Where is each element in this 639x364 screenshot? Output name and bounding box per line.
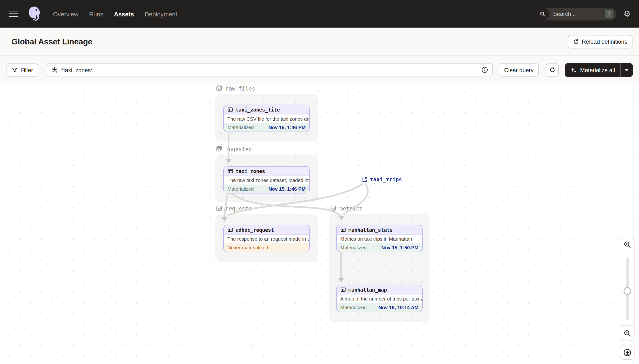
group-label-metrics[interactable]: metrics: [330, 205, 363, 212]
asset-status-bar: MaterializedNov 15, 1:46 PM: [224, 123, 309, 132]
asset-group-icon: [216, 145, 223, 152]
asset-name: adhoc_request: [235, 227, 274, 233]
status-timestamp[interactable]: Nov 16, 10:14 AM: [378, 304, 418, 310]
asset-status-bar: MaterializedNov 15, 1:50 PM: [337, 243, 422, 252]
table-icon: [228, 227, 233, 233]
status-timestamp[interactable]: Nov 15, 1:50 PM: [381, 244, 418, 250]
nav-link-runs[interactable]: Runs: [89, 10, 103, 18]
group-label-requests[interactable]: requests: [216, 205, 252, 212]
refresh-graph-button[interactable]: [546, 63, 559, 77]
zoom-slider[interactable]: [620, 252, 634, 326]
asset-name: manhattan_map: [348, 286, 387, 292]
asset-name: taxi_zones: [235, 168, 265, 174]
refresh-icon: [573, 38, 579, 44]
search-box[interactable]: /: [535, 8, 616, 20]
settings-gear-icon[interactable]: ⚙: [623, 10, 631, 18]
asset-selection-query[interactable]: [61, 66, 478, 73]
materialize-options-button[interactable]: [621, 63, 633, 77]
filter-label: Filter: [20, 66, 33, 73]
status-timestamp[interactable]: Nov 15, 1:46 PM: [268, 186, 305, 192]
status-label: Never materialized: [228, 244, 268, 250]
external-asset-taxi-trips[interactable]: taxi_trips: [362, 176, 402, 182]
materialize-all-label: Materialize all: [580, 66, 615, 73]
asset-node-taxi-zones-file[interactable]: taxi_zones_file The raw CSV file for the…: [223, 105, 310, 132]
asset-node-taxi-zones[interactable]: taxi_zones The raw taxi zones dataset, l…: [223, 166, 310, 194]
external-link-icon: [362, 177, 368, 182]
asset-description: The response to an request made in th...: [224, 234, 309, 243]
group-label-ingested[interactable]: ingested: [216, 145, 252, 152]
sparkles-icon: [570, 66, 577, 73]
asset-status-bar: MaterializedNov 16, 10:14 AM: [337, 303, 422, 312]
nav-links: Overview Runs Assets Deployment: [53, 10, 177, 18]
asset-node-adhoc-request[interactable]: adhoc_request The response to an request…: [223, 225, 310, 252]
refresh-icon: [549, 67, 555, 73]
asset-description: Metrics on taxi trips in Manhattan: [337, 234, 422, 243]
search-icon: [535, 8, 549, 20]
zoom-in-icon: [623, 240, 631, 248]
nav-link-assets[interactable]: Assets: [114, 10, 134, 18]
dagster-app: Overview Runs Assets Deployment / ⚙ Glob…: [0, 0, 639, 364]
asset-status-bar: Never materialized: [224, 243, 309, 252]
page-header: Global Asset Lineage Reload definitions: [0, 28, 639, 56]
recenter-view-button[interactable]: [620, 345, 635, 360]
group-name: metrics: [340, 205, 363, 212]
asset-group-icon: [330, 205, 337, 212]
group-name: ingested: [225, 146, 252, 152]
group-label-raw-files[interactable]: raw_files: [216, 85, 255, 92]
lineage-toolbar: Filter Clear query: [0, 56, 639, 84]
zoom-out-icon: [623, 329, 631, 337]
asset-group-icon: [216, 205, 223, 212]
nav-link-overview[interactable]: Overview: [53, 10, 78, 18]
asset-status-bar: MaterializedNov 15, 1:46 PM: [224, 184, 309, 193]
lineage-edges: [0, 84, 639, 364]
asset-description: The raw taxi zones dataset, loaded int..…: [224, 176, 309, 184]
materialize-all-split-button: Materialize all: [565, 63, 633, 77]
group-name: raw_files: [225, 85, 255, 92]
asset-selection-input[interactable]: [47, 63, 493, 77]
search-input[interactable]: [549, 10, 605, 17]
materialize-all-button[interactable]: Materialize all: [565, 63, 620, 77]
table-icon: [340, 227, 346, 233]
asset-selection-icon: [52, 66, 58, 73]
recenter-icon: [623, 348, 631, 356]
zoom-out-button[interactable]: [620, 326, 634, 340]
status-timestamp[interactable]: Nov 15, 1:46 PM: [268, 124, 305, 130]
lineage-canvas[interactable]: raw_files ingested requests metrics: [0, 84, 639, 364]
reload-definitions-label: Reload definitions: [582, 38, 627, 45]
chevron-down-icon: [625, 68, 629, 71]
dagster-logo[interactable]: [26, 5, 43, 22]
status-label: Materialized: [228, 186, 254, 192]
filter-button[interactable]: Filter: [7, 63, 39, 77]
top-nav: Overview Runs Assets Deployment / ⚙: [0, 0, 639, 28]
asset-name: taxi_zones_file: [235, 106, 280, 112]
asset-description: The raw CSV file for the taxi zones dat.…: [224, 114, 309, 123]
external-asset-name: taxi_trips: [370, 176, 402, 182]
asset-node-manhattan-map[interactable]: manhattan_map A map of the number of tri…: [336, 285, 423, 312]
table-icon: [340, 287, 346, 292]
table-icon: [228, 107, 233, 112]
reload-definitions-button[interactable]: Reload definitions: [567, 35, 632, 48]
zoom-controls: [620, 236, 635, 360]
asset-description: A map of the number of trips per taxi z.…: [337, 294, 422, 303]
table-icon: [228, 168, 233, 174]
asset-node-manhattan-stats[interactable]: manhattan_stats Metrics on taxi trips in…: [336, 225, 423, 252]
info-icon[interactable]: [481, 66, 488, 74]
zoom-in-button[interactable]: [620, 237, 634, 252]
asset-group-icon: [216, 85, 223, 92]
status-label: Materialized: [228, 124, 254, 130]
menu-icon[interactable]: [9, 10, 18, 17]
clear-query-button[interactable]: Clear query: [499, 63, 539, 77]
status-label: Materialized: [340, 304, 367, 310]
filter-funnel-icon: [12, 67, 18, 73]
group-name: requests: [225, 205, 252, 212]
status-label: Materialized: [340, 244, 367, 250]
nav-link-deployment[interactable]: Deployment: [145, 10, 177, 18]
search-shortcut-badge: /: [605, 10, 613, 18]
clear-query-label: Clear query: [504, 66, 533, 73]
zoom-slider-thumb[interactable]: [623, 287, 631, 295]
page-title: Global Asset Lineage: [11, 37, 92, 46]
asset-name: manhattan_stats: [348, 227, 393, 233]
